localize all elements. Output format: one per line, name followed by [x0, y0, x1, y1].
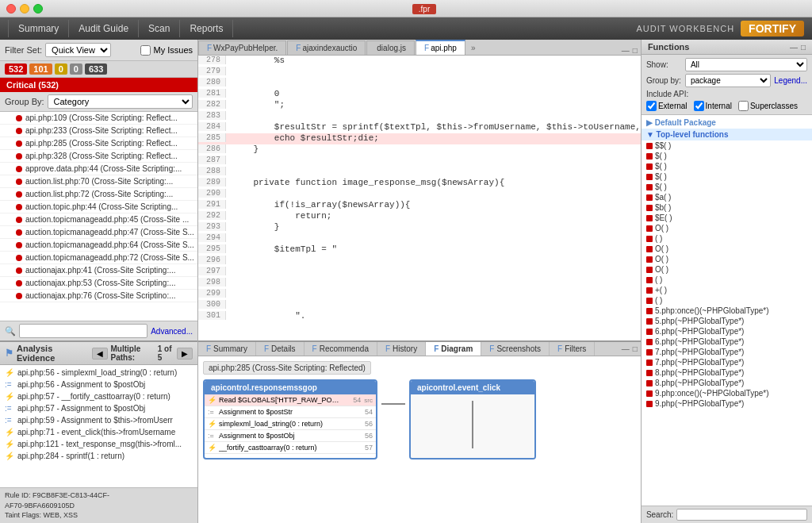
analysis-tab[interactable]: FRecommenda [304, 342, 377, 356]
menu-summary[interactable]: Summary [8, 20, 69, 37]
minimize-button[interactable] [20, 4, 29, 13]
internal-checkbox[interactable]: Internal [694, 101, 732, 111]
evidence-item[interactable]: ⚡api.php:57 - __fortify_casttoarray(0 : … [0, 390, 197, 402]
maximize-button[interactable] [33, 4, 43, 13]
tree-item[interactable]: 7.php(~PHPGlobalType*) [642, 357, 812, 367]
top-level-section[interactable]: Top-level functions [642, 129, 812, 140]
tree-item[interactable]: $E( ) [642, 213, 812, 223]
tree-item[interactable]: $$( ) [642, 140, 812, 151]
functions-search-input[interactable] [676, 509, 807, 521]
issue-item[interactable]: api.php:233 (Cross-Site Scripting: Refle… [0, 125, 197, 137]
tree-item[interactable]: 7.php(~PHPGlobalType*) [642, 347, 812, 357]
fn-group-by-label: Group by: [646, 76, 682, 85]
tree-item[interactable]: O( ) [642, 254, 812, 264]
analysis-tab[interactable]: FDiagram [426, 342, 481, 356]
tree-item[interactable]: ( ) [642, 233, 812, 244]
tree-item[interactable]: $b( ) [642, 202, 812, 213]
advanced-link[interactable]: Advanced... [151, 327, 193, 336]
issue-item[interactable]: auction.topicmanageadd.php:45 (Cross-Sit… [0, 213, 197, 226]
menu-scan[interactable]: Scan [139, 20, 180, 37]
tree-item[interactable]: 9.php(~PHPGlobalType*) [642, 398, 812, 409]
tree-item[interactable]: O( ) [642, 223, 812, 233]
evidence-item[interactable]: ⚡api.php:121 - text_response_msg(this->f… [0, 438, 197, 450]
tree-item[interactable]: ( ) [642, 275, 812, 285]
file-tab[interactable]: FWxPayPubHelper. [198, 40, 286, 55]
line-number: 280 [198, 78, 226, 87]
issue-item[interactable]: auction.list.php:70 (Cross-Site Scriptin… [0, 175, 197, 188]
title-bar: .fpr [0, 0, 812, 17]
evidence-item[interactable]: :=api.php:57 - Assignment to $postObj [0, 402, 197, 414]
tab-overflow[interactable]: » [466, 41, 481, 55]
my-issues-check[interactable] [140, 45, 151, 56]
next-path-button[interactable]: ▶ [177, 348, 193, 360]
evidence-list: ⚡api.php:56 - simplexml_load_string(0 : … [0, 365, 197, 487]
evidence-item[interactable]: :=api.php:56 - Assignment to $postObj [0, 379, 197, 390]
tree-item[interactable]: $( ) [642, 171, 812, 182]
issue-item[interactable]: auction.topicmanageadd.php:72 (Cross-Sit… [0, 252, 197, 264]
analysis-tab[interactable]: FFilters [550, 342, 595, 356]
evidence-item[interactable]: ⚡api.php:71 - event_click(this->fromUser… [0, 426, 197, 438]
tree-item[interactable]: 6.php(~PHPGlobalType*) [642, 326, 812, 336]
functions-minimize-button[interactable]: — [790, 43, 798, 52]
tree-item[interactable]: $( ) [642, 151, 812, 161]
legend-link[interactable]: Legend... [774, 76, 807, 85]
issue-item[interactable]: auction.topic.php:44 (Cross-Site Scripti… [0, 201, 197, 213]
analysis-tab[interactable]: FScreenshots [481, 342, 550, 356]
evidence-item[interactable]: ⚡api.php:284 - sprintf(1 : return) [0, 450, 197, 462]
file-tab[interactable]: Fajaxindexauctio [287, 40, 366, 55]
functions-maximize-button[interactable]: □ [801, 43, 806, 52]
issue-item[interactable]: auctionajax.php:76 (Cross-Site Scriptino… [0, 290, 197, 302]
issue-item[interactable]: approve.data.php:44 (Cross-Site Scriptin… [0, 163, 197, 175]
fn-group-by-select[interactable]: package [685, 74, 771, 87]
my-issues-checkbox[interactable]: My Issues [140, 45, 193, 56]
code-line: 299 [198, 289, 641, 300]
issue-item[interactable]: auctionajax.php:41 (Cross-Site Scripting… [0, 264, 197, 277]
analysis-maximize-button[interactable]: □ [633, 344, 638, 353]
code-line: 279 [198, 67, 641, 78]
tree-item[interactable]: 6.php(~PHPGlobalType*) [642, 336, 812, 347]
superclasses-checkbox[interactable]: Superclasses [738, 101, 798, 111]
tree-item[interactable]: ( ) [642, 295, 812, 306]
tree-item[interactable]: O( ) [642, 264, 812, 275]
code-area[interactable]: 278 %s279 280 281 0282 ";283284 $resultS… [198, 56, 641, 340]
close-button[interactable] [6, 4, 16, 13]
tree-item[interactable]: $( ) [642, 182, 812, 192]
evidence-item[interactable]: :=api.php:59 - Assignment to $this->from… [0, 414, 197, 426]
issue-item[interactable]: api.php:328 (Cross-Site Scripting: Refle… [0, 150, 197, 163]
issue-item[interactable]: api.php:109 (Cross-Site Scripting: Refle… [0, 112, 197, 125]
evidence-item[interactable]: ⚡api.php:56 - simplexml_load_string(0 : … [0, 367, 197, 379]
group-by-select[interactable]: Category [48, 94, 193, 109]
issue-item[interactable]: auctionajax.php:53 (Cross-Site Scripting… [0, 277, 197, 290]
issue-item[interactable]: auction.topicmanageadd.php:47 (Cross-Sit… [0, 226, 197, 239]
tree-item[interactable]: 8.php(~PHPGlobalType*) [642, 367, 812, 378]
tree-item[interactable]: O( ) [642, 244, 812, 254]
default-package-section[interactable]: Default Package [642, 117, 812, 129]
tree-dot [646, 308, 653, 314]
show-select[interactable]: All [685, 58, 807, 71]
medium-count-badge: 0 [55, 63, 67, 75]
analysis-tab[interactable]: FSummary [198, 342, 256, 356]
issue-item[interactable]: auction.list.php:72 (Cross-Site Scriptin… [0, 188, 197, 201]
prev-path-button[interactable]: ◀ [92, 348, 108, 360]
analysis-minimize-button[interactable]: — [622, 344, 630, 353]
menu-reports[interactable]: Reports [180, 20, 233, 37]
tree-item[interactable]: 5.php:once()(~PHPGlobalType*) [642, 306, 812, 316]
tree-item[interactable]: 9.php:once()(~PHPGlobalType*) [642, 388, 812, 398]
minimize-tab-button[interactable]: — [622, 46, 630, 55]
tree-item[interactable]: 5.php(~PHPGlobalType*) [642, 316, 812, 326]
external-checkbox[interactable]: External [646, 101, 688, 111]
search-input[interactable] [19, 324, 147, 338]
issue-item[interactable]: api.php:285 (Cross-Site Scripting: Refle… [0, 137, 197, 150]
analysis-tab[interactable]: FDetails [256, 342, 304, 356]
filter-set-select[interactable]: Quick View [45, 43, 111, 57]
tree-item[interactable]: $a( ) [642, 192, 812, 202]
issue-item[interactable]: auction.topicmanageadd.php:64 (Cross-Sit… [0, 239, 197, 252]
menu-audit-guide[interactable]: Audit Guide [69, 20, 139, 37]
analysis-tab[interactable]: FHistory [377, 342, 426, 356]
tree-item[interactable]: $( ) [642, 161, 812, 171]
maximize-tab-button[interactable]: □ [633, 46, 638, 55]
file-tab[interactable]: Fapi.php [416, 40, 465, 55]
tree-item[interactable]: 8.php(~PHPGlobalType*) [642, 378, 812, 388]
tree-item[interactable]: +( ) [642, 285, 812, 295]
file-tab[interactable]: dialog.js [366, 40, 415, 55]
